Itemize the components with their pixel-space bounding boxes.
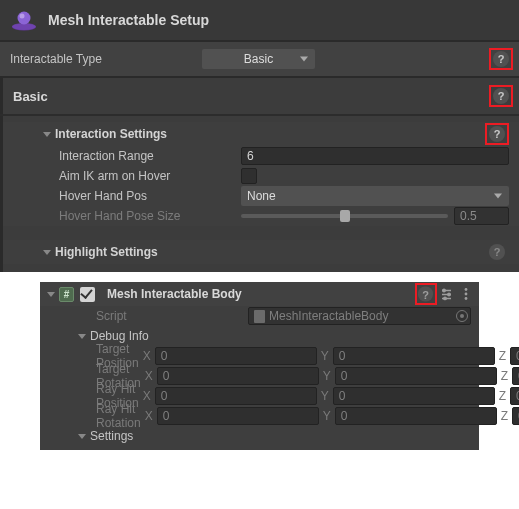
highlight-settings-foldout[interactable]: Highlight Settings ? bbox=[3, 240, 519, 264]
interaction-range-label: Interaction Range bbox=[59, 149, 241, 163]
axis-z-label: Z bbox=[501, 369, 508, 383]
hover-hand-size-value[interactable]: 0.5 bbox=[454, 207, 509, 225]
object-picker-icon[interactable] bbox=[456, 310, 468, 322]
basic-section-title: Basic bbox=[13, 89, 48, 104]
vector3-row: Ray Hit RotationXYZ bbox=[40, 406, 479, 426]
help-button[interactable]: ? bbox=[489, 244, 505, 260]
presets-icon[interactable] bbox=[439, 287, 453, 301]
mesh-toolkit-icon bbox=[10, 9, 38, 31]
svg-point-3 bbox=[20, 14, 25, 19]
axis-x-input[interactable] bbox=[155, 387, 317, 405]
svg-point-9 bbox=[443, 297, 446, 300]
hover-hand-size-slider[interactable] bbox=[241, 214, 448, 218]
hover-hand-pos-label: Hover Hand Pos bbox=[59, 189, 241, 203]
help-button[interactable]: ? bbox=[493, 88, 509, 104]
help-button[interactable]: ? bbox=[489, 126, 505, 142]
axis-z-label: Z bbox=[499, 349, 506, 363]
aim-ik-row: Aim IK arm on Hover bbox=[3, 166, 519, 186]
svg-point-7 bbox=[442, 289, 445, 292]
aim-ik-label: Aim IK arm on Hover bbox=[59, 169, 241, 183]
axis-z-label: Z bbox=[501, 409, 508, 423]
interaction-range-input[interactable] bbox=[241, 147, 509, 165]
kebab-menu-icon[interactable] bbox=[459, 287, 473, 301]
axis-x-input[interactable] bbox=[157, 407, 319, 425]
interactable-type-row: Interactable Type Basic ? bbox=[0, 42, 519, 76]
chevron-down-icon bbox=[494, 194, 502, 199]
component-header: Mesh Interactable Setup bbox=[0, 0, 519, 40]
axis-y-input[interactable] bbox=[333, 347, 495, 365]
script-icon[interactable]: # bbox=[59, 287, 74, 302]
axis-z-input[interactable] bbox=[512, 367, 519, 385]
axis-y-label: Y bbox=[323, 409, 331, 423]
axis-x-label: X bbox=[145, 409, 153, 423]
axis-z-input[interactable] bbox=[510, 387, 519, 405]
foldout-down-icon bbox=[47, 292, 55, 297]
foldout-down-icon bbox=[78, 434, 86, 439]
component-title: Mesh Interactable Setup bbox=[48, 12, 209, 28]
axis-z-label: Z bbox=[499, 389, 506, 403]
axis-y-label: Y bbox=[321, 349, 329, 363]
interactable-type-label: Interactable Type bbox=[10, 52, 150, 66]
script-label: Script bbox=[96, 309, 248, 323]
help-button[interactable]: ? bbox=[493, 51, 509, 67]
axis-y-input[interactable] bbox=[335, 367, 497, 385]
hover-hand-size-label: Hover Hand Pose Size bbox=[59, 209, 241, 223]
foldout-down-icon bbox=[43, 250, 51, 255]
settings-foldout[interactable]: Settings bbox=[40, 426, 479, 446]
aim-ik-checkbox[interactable] bbox=[241, 168, 257, 184]
axis-z-input[interactable] bbox=[510, 347, 519, 365]
axis-x-label: X bbox=[143, 389, 151, 403]
file-icon bbox=[254, 310, 265, 323]
component-enabled-checkbox[interactable] bbox=[80, 287, 95, 302]
svg-point-12 bbox=[465, 297, 468, 300]
foldout-down-icon bbox=[43, 132, 51, 137]
interaction-range-row: Interaction Range bbox=[3, 146, 519, 166]
script-row: Script MeshInteractableBody bbox=[40, 306, 479, 326]
axis-x-input[interactable] bbox=[157, 367, 319, 385]
component-title: Mesh Interactable Body bbox=[107, 287, 242, 301]
component-header[interactable]: # Mesh Interactable Body ? bbox=[40, 282, 479, 306]
basic-section-header: Basic ? bbox=[0, 78, 519, 114]
hover-hand-pos-row: Hover Hand Pos None bbox=[3, 186, 519, 206]
axis-y-label: Y bbox=[323, 369, 331, 383]
svg-point-8 bbox=[447, 293, 450, 296]
axis-x-label: X bbox=[145, 369, 153, 383]
axis-x-label: X bbox=[143, 349, 151, 363]
axis-y-input[interactable] bbox=[333, 387, 495, 405]
chevron-down-icon bbox=[300, 57, 308, 62]
interaction-settings-foldout[interactable]: Interaction Settings ? bbox=[3, 122, 519, 146]
foldout-down-icon bbox=[78, 334, 86, 339]
script-object-field: MeshInteractableBody bbox=[248, 307, 471, 325]
svg-point-11 bbox=[465, 293, 468, 296]
axis-y-label: Y bbox=[321, 389, 329, 403]
axis-y-input[interactable] bbox=[335, 407, 497, 425]
vector3-label: Ray Hit Rotation bbox=[96, 402, 141, 430]
hover-hand-size-row: Hover Hand Pose Size 0.5 bbox=[3, 206, 519, 226]
axis-z-input[interactable] bbox=[512, 407, 519, 425]
hover-hand-pos-dropdown[interactable]: None bbox=[241, 186, 509, 206]
help-button[interactable]: ? bbox=[418, 287, 433, 302]
svg-point-10 bbox=[465, 288, 468, 291]
axis-x-input[interactable] bbox=[155, 347, 317, 365]
interactable-type-dropdown[interactable]: Basic bbox=[202, 49, 315, 69]
svg-point-2 bbox=[18, 12, 31, 25]
slider-thumb[interactable] bbox=[340, 210, 350, 222]
